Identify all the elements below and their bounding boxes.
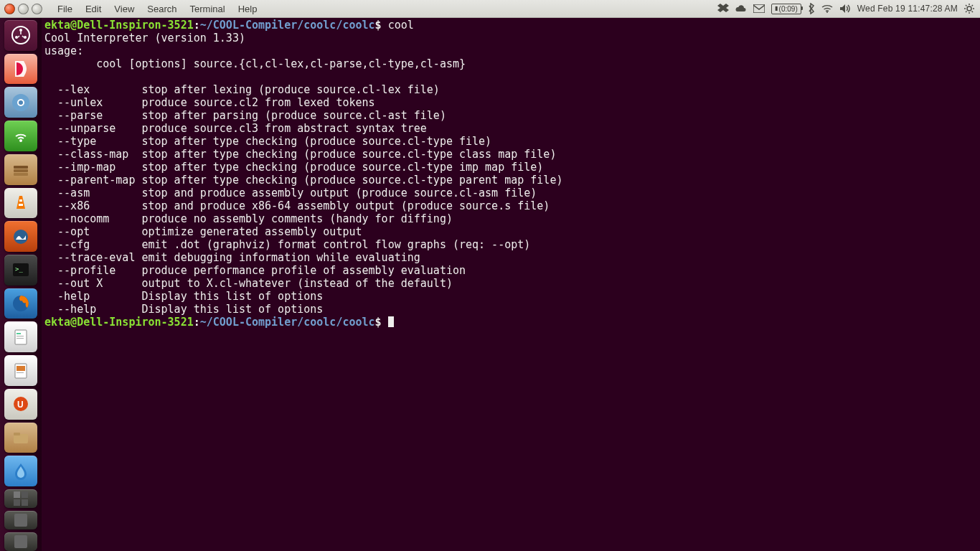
option-row: --help Display this list of options: [44, 303, 323, 316]
option-row: --parse stop after parsing (produce sour…: [44, 109, 446, 122]
option-row: --imp-map stop after type checking (prod…: [44, 161, 543, 174]
launcher-amarok[interactable]: [4, 221, 37, 252]
svg-text:>_: >_: [15, 265, 23, 273]
launcher-impress[interactable]: [4, 355, 37, 386]
unity-launcher: >_U: [0, 17, 42, 551]
svg-rect-34: [17, 372, 24, 373]
output-usage-line: cool [options] source.{cl,cl-lex,cl-pars…: [44, 57, 466, 70]
launcher-ubuntuone[interactable]: U: [4, 389, 37, 420]
svg-line-7: [966, 5, 967, 6]
launcher-chromium[interactable]: [4, 87, 37, 118]
menu-terminal[interactable]: Terminal: [184, 4, 232, 14]
menu-edit[interactable]: Edit: [79, 4, 108, 14]
launcher-extra1[interactable]: [4, 511, 37, 529]
launcher-deluge[interactable]: [4, 456, 37, 486]
svg-rect-0: [753, 4, 765, 13]
option-row: --nocomm produce no assembly comments (h…: [44, 212, 453, 225]
svg-rect-39: [14, 491, 20, 498]
system-tray: ▮(0:09) Wed Feb 19 11:47:28 AM: [717, 3, 980, 14]
svg-point-1: [826, 11, 828, 13]
output-usage-label: usage:: [44, 44, 83, 57]
prompt-user: ekta@Dell-Inspiron-3521: [44, 19, 194, 32]
prompt-user: ekta@Dell-Inspiron-3521: [44, 316, 194, 329]
dropbox-icon[interactable]: [717, 4, 729, 14]
option-row: -help Display this list of options: [44, 290, 323, 303]
launcher-vlc[interactable]: [4, 188, 37, 219]
menu-view[interactable]: View: [108, 4, 141, 14]
prompt-path: ~/COOL-Compiler/coolc/coolc: [200, 19, 375, 32]
window-controls: [0, 4, 47, 14]
svg-point-2: [967, 6, 971, 11]
svg-rect-28: [15, 330, 27, 344]
launcher-workspace[interactable]: [4, 489, 37, 508]
launcher-nautilus2[interactable]: [4, 423, 37, 453]
app-menus: File Edit View Search Terminal Help: [51, 4, 263, 14]
svg-point-17: [19, 100, 23, 105]
prompt-colon: :: [194, 19, 200, 32]
gear-icon[interactable]: [964, 4, 974, 14]
terminal[interactable]: ekta@Dell-Inspiron-3521:~/COOL-Compiler/…: [42, 17, 980, 551]
option-row: --unparse produce source.cl3 from abstra…: [44, 122, 427, 135]
menu-file[interactable]: File: [51, 4, 79, 14]
prompt-dollar: $: [375, 19, 388, 32]
svg-rect-30: [17, 336, 24, 336]
svg-rect-38: [14, 433, 20, 435]
entered-command: cool: [388, 19, 414, 32]
launcher-evince[interactable]: [4, 54, 37, 85]
wifi-icon[interactable]: [821, 4, 833, 13]
option-row: --asm stop and produce assembly output (…: [44, 187, 537, 199]
clock[interactable]: Wed Feb 19 11:47:28 AM: [857, 4, 958, 14]
option-row: --type stop after type checking (produce…: [44, 135, 491, 148]
svg-line-8: [972, 11, 974, 13]
svg-line-9: [966, 11, 967, 13]
svg-rect-22: [19, 199, 22, 202]
menu-help[interactable]: Help: [232, 4, 264, 14]
svg-rect-42: [22, 499, 28, 506]
launcher-network[interactable]: [4, 121, 37, 151]
svg-rect-23: [19, 204, 23, 206]
menubar: File Edit View Search Terminal Help ▮(0:…: [0, 0, 980, 18]
option-row: --trace-eval emit debugging information …: [44, 251, 420, 264]
option-row: --profile produce performance profile of…: [44, 264, 466, 277]
prompt-path: ~/COOL-Compiler/coolc/coolc: [200, 316, 375, 329]
mail-icon[interactable]: [753, 4, 765, 13]
svg-text:U: U: [17, 400, 24, 410]
svg-point-12: [19, 29, 22, 32]
cloud-icon[interactable]: [735, 4, 747, 13]
menu-search[interactable]: Search: [141, 4, 183, 14]
svg-point-13: [15, 36, 18, 39]
option-row: --unlex produce source.cl2 from lexed to…: [44, 96, 375, 109]
option-row: --lex stop after lexing (produce source.…: [44, 83, 440, 96]
close-icon[interactable]: [4, 4, 15, 14]
launcher-files[interactable]: [4, 154, 37, 185]
minimize-icon[interactable]: [18, 4, 29, 14]
prompt-colon: :: [194, 316, 200, 329]
option-row: --out X output to X.cl-whatever (instead…: [44, 277, 453, 290]
svg-point-18: [19, 139, 22, 142]
svg-rect-43: [14, 514, 27, 527]
svg-rect-31: [17, 338, 24, 339]
launcher-extra2[interactable]: [4, 532, 37, 551]
svg-rect-29: [17, 333, 21, 334]
svg-rect-41: [14, 499, 20, 506]
prompt-dollar: $: [375, 316, 388, 329]
battery-indicator[interactable]: ▮(0:09): [771, 4, 801, 14]
bluetooth-icon[interactable]: [808, 3, 815, 14]
launcher-dash[interactable]: [4, 20, 37, 51]
option-row: --opt optimize generated assembly output: [44, 225, 362, 238]
svg-rect-33: [17, 366, 25, 371]
volume-icon[interactable]: [839, 4, 851, 14]
svg-rect-19: [14, 166, 28, 169]
option-row: --x86 stop and produce x86-64 assembly o…: [44, 199, 550, 212]
option-row: --parent-map stop after type checking (p…: [44, 174, 562, 187]
maximize-icon[interactable]: [32, 4, 42, 14]
launcher-libreoffice[interactable]: [4, 321, 37, 352]
svg-point-14: [24, 36, 27, 39]
launcher-terminal[interactable]: >_: [4, 255, 37, 286]
cursor: [388, 316, 394, 327]
svg-line-10: [972, 5, 974, 6]
svg-rect-21: [14, 173, 28, 176]
launcher-firefox[interactable]: [4, 288, 37, 319]
output-header: Cool Interpreter (version 1.33): [44, 32, 245, 44]
svg-rect-20: [14, 169, 28, 172]
